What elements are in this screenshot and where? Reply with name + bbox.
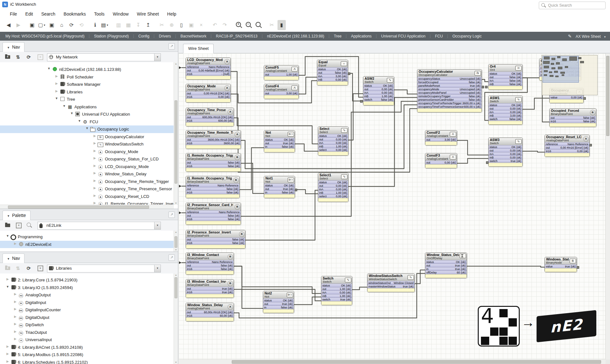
block-pin-inB[interactable]: inB1,00 {ok} xyxy=(363,94,394,98)
expand-arrow-icon[interactable]: ▶ xyxy=(6,277,10,281)
nav2-item-6-library-schedules-1-5-8915-22102-[interactable]: ▶6: Library.Schedules (1.5.8915.22102) xyxy=(0,359,178,364)
block-header[interactable]: ConstF5AnalogConstantA xyxy=(264,65,298,73)
block-header[interactable]: Select1Select∿ xyxy=(318,173,348,180)
block-select[interactable]: SelectSelect∿statusOK {ok}out0,00 {ok}in… xyxy=(318,126,348,156)
expand-arrow-icon[interactable]: ▶ xyxy=(93,194,97,197)
expand-arrow-icon[interactable]: ▶ xyxy=(6,360,10,363)
block-pin-status[interactable]: statusOK {ok} xyxy=(321,284,352,287)
clear-icon[interactable]: × xyxy=(16,223,22,228)
block-pin-out[interactable]: out0,00 #In16 [Error] {ok} xyxy=(545,146,589,149)
breadcrumb-item[interactable]: My Host: WSGC547GD.gc5.local (Playground… xyxy=(3,32,87,41)
nav1-dropdown[interactable]: My Network▼ xyxy=(47,53,161,61)
block-header[interactable]: ConstF3AnalogConstantA xyxy=(425,153,457,161)
nav1-item-poll-scheduler[interactable]: ▶Poll Scheduler xyxy=(0,73,178,81)
block-pin-out[interactable]: out0,00 {ok} xyxy=(363,87,394,91)
block-header[interactable]: Occupancy_Reset_LCDAnalogDataPointA xyxy=(545,135,589,142)
block-header[interactable]: ASW3Switch∿ xyxy=(489,138,522,145)
block-header[interactable]: Occupancy_ModeAnalogDataPointA xyxy=(186,84,230,91)
nav1-item-libraries[interactable]: ▶Libraries xyxy=(0,88,178,96)
block-header[interactable]: I3_Window_Contact_InvertedBinaryDataPoin… xyxy=(186,280,234,287)
block-header[interactable]: I1_Remote_Occupancy_Trigger_InvertedBina… xyxy=(186,153,241,161)
block-occupancy-time-presence-sensor[interactable]: Occupancy_Time_Presence_SensorAnalogData… xyxy=(186,108,234,126)
block-pin-out[interactable]: outtrue {ok} xyxy=(425,264,467,267)
block-not[interactable]: NotNot⊳∘statusOK {ok}outtrue {ok}infalse… xyxy=(264,130,295,152)
block-occupancy-mode[interactable]: Occupancy_ModeAnalogDataPointAout0,00 #I… xyxy=(186,84,231,103)
block-asw2[interactable]: ASW2Switch∿statusOK {ok}out0,00 {ok}inA0… xyxy=(363,76,394,105)
libraries-vertical-scrollbar[interactable]: ▲▼ xyxy=(174,273,178,364)
nav1-item-occupancy-status-for-lcd[interactable]: ▶AOccupancy_Status_For_LCD xyxy=(0,155,178,163)
block-pin-out[interactable]: out3600,00s #In16 [OK] {ok} xyxy=(186,138,241,141)
block-pin-inB[interactable]: inB1,00 {ok} xyxy=(318,191,348,194)
wire[interactable] xyxy=(394,90,417,94)
edit-pencil-icon[interactable]: ✎ xyxy=(568,34,572,39)
block-pin-inA[interactable]: inA0,00 {ok} xyxy=(318,187,348,191)
reference-link-arrow-icon[interactable] xyxy=(179,212,182,214)
block-pin-out[interactable]: outfalse {ok} xyxy=(489,75,522,79)
block-window-status-delay[interactable]: Window_Status_DelayAnalogDataPointAout60… xyxy=(186,303,234,321)
nav1-item-occupancy-time-remote-trigger[interactable]: ▶AOccupancy_Time_Remote_Trigger xyxy=(0,178,178,185)
block-header[interactable]: WindowStatusSwitchWindowStatusSwitch∿ xyxy=(367,274,415,281)
toolbar-paste-button[interactable]: ▯ xyxy=(177,20,186,30)
block-pin-offDelay[interactable]: offDelay60 {ok} xyxy=(425,271,467,274)
wire[interactable] xyxy=(456,140,488,155)
reference-link-arrow-icon[interactable] xyxy=(179,261,182,264)
block-pin-status[interactable]: statusOK {ok} xyxy=(489,145,522,149)
expand-pane-icon[interactable]: ↗ xyxy=(168,254,175,261)
block-constf2[interactable]: ConstF2AnalogConstantAout3,00 {ok} xyxy=(425,130,457,145)
nav2-item-digitalinput[interactable]: ▶DIDigitalInput xyxy=(0,299,178,307)
block-pin-in16[interactable]: in16false {ok} xyxy=(550,119,596,123)
block-header[interactable]: Windows_StatusBinaryNodeB xyxy=(545,257,577,265)
nav1-tool-sort[interactable]: ⇅ xyxy=(16,54,20,60)
nav1-item-ne2deviceext-192-168-1-123-88-[interactable]: ▼nE2DeviceExt (192.168.1.123:88) xyxy=(0,66,178,73)
nav-vertical-scrollbar[interactable]: ▲▼ xyxy=(174,62,178,205)
block-header[interactable]: Window_Status_DelayAnalogDataPointA xyxy=(186,303,234,310)
toolbar-undo-button[interactable]: ↶ xyxy=(211,20,219,30)
block-pin-in16[interactable]: in160,00 {ok} xyxy=(545,149,589,153)
block-pin-out[interactable]: out0,00 {ok} xyxy=(489,149,522,152)
toolbar-stop-button[interactable]: ▣ xyxy=(28,20,36,30)
block-pin-out[interactable]: out0,00 {ok} xyxy=(318,138,348,141)
nav1-item-fcu[interactable]: ▼⚙FCU xyxy=(0,118,178,126)
block-pin-inA[interactable]: inA0,00 {ok} xyxy=(489,152,522,156)
block-header[interactable]: NotNot⊳∘ xyxy=(264,131,295,138)
block-pin-in16[interactable]: in16false {ok} xyxy=(186,191,239,194)
expand-arrow-icon[interactable]: ▶ xyxy=(13,337,17,340)
quick-search[interactable] xyxy=(539,2,606,9)
toolbar-history-button[interactable]: ⟲ xyxy=(77,20,86,30)
wire[interactable] xyxy=(481,79,488,82)
block-pin-inB[interactable]: inB1,00 {ok} xyxy=(321,294,352,298)
nav2-tool-clear[interactable]: × xyxy=(38,266,43,271)
collapse-arrow-icon[interactable]: ▼ xyxy=(47,67,51,70)
block-pin-status[interactable]: statusOK {ok} xyxy=(318,180,348,184)
block-pin-out[interactable]: outtrue {ok} xyxy=(264,141,295,145)
wire[interactable] xyxy=(414,270,425,284)
nav1-item-i1-remote-occupancy-trigger-inve[interactable]: ▶BI1_Remote_Occupancy_Trigger_Inve xyxy=(0,200,178,205)
toolbar-link-button[interactable]: ⊕ xyxy=(168,20,176,30)
pin-connector-dot[interactable] xyxy=(360,100,363,103)
block-pin-occupancyMode[interactable]: occupancyModeUnoccupied {ok} xyxy=(417,87,482,91)
nav1-tool-refresh[interactable]: ⟳ xyxy=(27,54,31,60)
folder-icon[interactable] xyxy=(5,224,10,227)
block-not1[interactable]: Not1Not⊳∘statusOK {ok}outtrue {ok}infals… xyxy=(264,176,295,198)
block-constf5[interactable]: ConstF5AnalogConstantAout1,00 {ok} xyxy=(264,65,299,80)
block-pin-inA[interactable]: inA0,00 {ok} xyxy=(321,291,352,294)
block-pin-in[interactable]: infalse {ok} xyxy=(264,191,295,194)
block-pin-out[interactable]: out3,00 {ok} xyxy=(264,91,298,95)
tab-wire-sheet[interactable]: Wire Sheet xyxy=(183,44,214,53)
palette-pane-tab[interactable]: ▼Palette xyxy=(3,211,31,220)
collapse-arrow-icon[interactable]: ▼ xyxy=(78,119,81,123)
nav2-item-dipswitch[interactable]: ▶DSDipSwitch xyxy=(0,321,178,329)
block-pin-out[interactable]: out1,00 {ok} xyxy=(264,73,298,76)
menu-wire-sheet[interactable]: Wire Sheet xyxy=(133,9,163,19)
block-pin-out[interactable]: out0,00 {ok} xyxy=(489,107,522,110)
toolbar-delete-button[interactable]: × xyxy=(197,20,205,30)
canvas-vertical-scrollbar[interactable] xyxy=(605,53,610,360)
palette-item-programming[interactable]: ▼Programming xyxy=(0,233,178,241)
toolbar-back-button[interactable]: ◀ xyxy=(4,20,13,30)
toolbar-home-button[interactable]: ⌂ xyxy=(58,20,66,30)
toolbar-snip-button[interactable]: ✂ xyxy=(268,20,276,30)
breadcrumb-item[interactable]: Station (Playground) xyxy=(91,32,132,41)
block-pin-inA[interactable]: inA0,00 {ok} xyxy=(318,141,348,145)
menu-tools[interactable]: Tools xyxy=(90,9,109,19)
block-pin-inA[interactable]: inA0,00 {ok} xyxy=(363,91,394,94)
